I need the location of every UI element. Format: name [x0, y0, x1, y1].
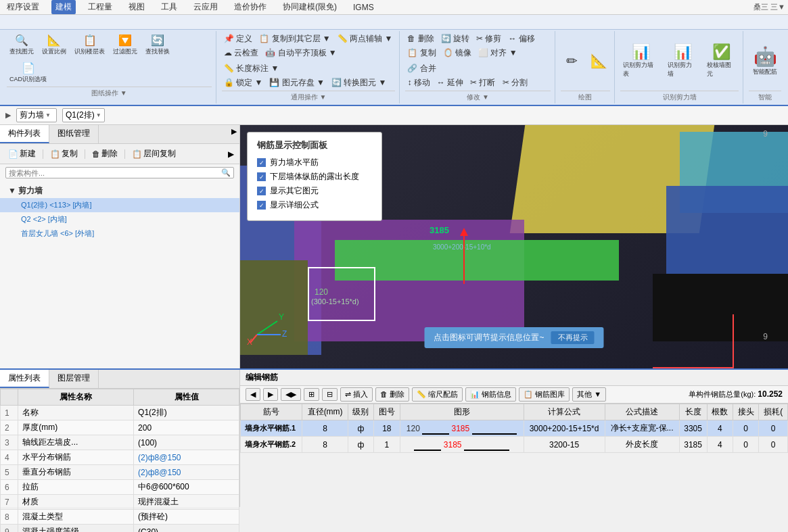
- attr-row-num-8: 9: [1, 525, 18, 533]
- btn-shibie-loubiao[interactable]: 📋 识别楼层表: [72, 32, 108, 57]
- btn-yidong[interactable]: ↕ 移动: [405, 76, 432, 89]
- toolbar-dropdown-type[interactable]: 剪力墙 ▼: [16, 108, 57, 122]
- attr-row-num-4: 5: [1, 465, 18, 480]
- btn-bar-library[interactable]: 📋 钢筋图库: [519, 387, 570, 402]
- bottom-table-container: 筋号 直径(mm) 级别 图号 图形 计算公式 公式描述 长度 根数 接头 损耗…: [240, 404, 788, 507]
- cp-item-2: ✓ 下层墙体纵筋的露出长度: [257, 171, 372, 183]
- btn-pianyi[interactable]: ↔ 偏移: [507, 32, 537, 45]
- btn-guolv[interactable]: 🔽 过滤图元: [110, 32, 140, 57]
- btn-cad-shibie[interactable]: 📄 CAD识别选项: [7, 60, 49, 85]
- bottom-table: 筋号 直径(mm) 级别 图号 图形 计算公式 公式描述 长度 根数 接头 损耗…: [240, 404, 788, 453]
- btn-layer-copy[interactable]: 📋 层间复制: [129, 147, 179, 161]
- btn-del-row[interactable]: ⊟: [322, 388, 338, 401]
- checkbox-2[interactable]: ✓: [257, 172, 266, 181]
- pencil-icon: ✏: [566, 53, 578, 69]
- group-label-shibie: 识别剪力墙: [620, 91, 739, 102]
- toolbar-dropdown-component[interactable]: Q1(2排) ▼: [62, 108, 105, 122]
- btn-shrink-config[interactable]: 📏 缩尺配筋: [412, 387, 463, 402]
- btn-chazhao-tuyuan[interactable]: 🔍 查找图元: [7, 32, 37, 57]
- btn-insert[interactable]: ⇌ 插入: [340, 387, 373, 402]
- btn-changdu-bianzhu[interactable]: 📏 长度标注 ▼: [222, 62, 281, 75]
- notif-dismiss-btn[interactable]: 不再提示: [551, 331, 595, 344]
- btn-bar-info[interactable]: 📊 钢筋信息: [465, 387, 516, 402]
- btn-delete-bar[interactable]: 🗑 删除: [375, 387, 409, 402]
- menu-igms[interactable]: IGMS: [349, 1, 378, 14]
- checkbox-3[interactable]: ✓: [257, 187, 266, 195]
- bottom-row-0[interactable]: 墙身水平钢筋.1 8 ф 18 120 3185 3000+200-15+15*…: [241, 420, 788, 437]
- th-grade: 级别: [348, 404, 373, 420]
- btn-copy[interactable]: 📋 复制: [47, 147, 80, 161]
- tab-layer-manage[interactable]: 图层管理: [49, 370, 99, 388]
- menu-xietong[interactable]: 协同建模(限免): [279, 0, 341, 14]
- btn-prev[interactable]: ◀: [246, 388, 260, 401]
- btn-first[interactable]: ◀▶: [281, 388, 301, 401]
- line-icon: 📐: [590, 53, 607, 69]
- btn-fuzhi[interactable]: 📋 复制: [405, 47, 438, 59]
- cell-name-1: 墙身水平钢筋.2: [241, 437, 302, 453]
- btn-daDuan[interactable]: ✂ 打断: [468, 76, 497, 89]
- btn-dingyi[interactable]: 📌 定义: [222, 32, 254, 45]
- btn-yanshen[interactable]: ↔ 延伸: [435, 76, 465, 89]
- btn-chazhao-tihuan[interactable]: 🔄 查找替换: [143, 32, 172, 57]
- tree-item-q2[interactable]: Q2 <2> [内墙]: [0, 212, 239, 226]
- tab-component-list[interactable]: 构件列表: [0, 125, 49, 143]
- menu-gongliang[interactable]: 工程量: [84, 0, 116, 14]
- btn-draw2[interactable]: 📐: [586, 51, 611, 70]
- btn-suoding[interactable]: 🔒 锁定 ▼: [222, 76, 265, 89]
- main-area: 构件列表 图纸管理 ▶ 📄 新建 📋 复制 🗑 删除 📋 层间复制: [0, 125, 788, 368]
- btn-shezhi-bili[interactable]: 📐 设置比例: [39, 32, 69, 57]
- tab-drawing-manage[interactable]: 图纸管理: [49, 125, 99, 143]
- attr-value-4[interactable]: (2)ф8@150: [134, 465, 239, 480]
- attr-value-3[interactable]: (2)ф8@150: [134, 450, 239, 465]
- menu-yunyingyong[interactable]: 云应用: [189, 0, 222, 14]
- menu-jianmo[interactable]: 建模: [51, 0, 76, 14]
- menu-zaojia[interactable]: 造价协作: [230, 0, 271, 14]
- panel-expand-btn[interactable]: ▶: [229, 125, 239, 143]
- btn-jiaohe-qiang[interactable]: ✅ 校核墙图元: [704, 42, 739, 80]
- btn-liangdian-fuzhu[interactable]: 📏 两点辅轴 ▼: [335, 32, 395, 45]
- btn-more[interactable]: ▶: [228, 149, 234, 159]
- btn-add-row[interactable]: ⊞: [304, 388, 319, 401]
- cell-length-1: 3185: [679, 437, 707, 453]
- checkbox-1[interactable]: ✓: [257, 158, 266, 167]
- identify-icon: 📊: [674, 43, 692, 61]
- tree-group-jlq: ▼ 剪力墙: [0, 184, 239, 198]
- dim-label-formula2: 3000+200-15+10*d: [433, 243, 491, 251]
- menu-shitu[interactable]: 视图: [124, 0, 149, 14]
- th-loss: 损耗(: [759, 404, 788, 420]
- control-panel: 钢筋显示控制面板 ✓ 剪力墙水平筋 ✓ 下层墙体纵筋的露出长度 ✓ 显示其它图元…: [247, 132, 382, 221]
- replace-icon: 🔄: [151, 34, 164, 47]
- attr-value-1: 200: [134, 420, 239, 435]
- btn-xiujian[interactable]: ✂ 修剪: [474, 32, 503, 45]
- btn-next[interactable]: ▶: [263, 388, 278, 401]
- btn-fuzhi-qiceng[interactable]: 📋 复制到其它层 ▼: [257, 32, 333, 45]
- btn-other[interactable]: 其他 ▼: [572, 387, 606, 402]
- btn-shibie-jlqbiao[interactable]: 📊 识别剪力墙表: [620, 42, 661, 80]
- tree-item-q1[interactable]: Q1(2排) <113> [内墙]: [0, 198, 239, 212]
- btn-tuyuan-cunpan[interactable]: 💾 图元存盘 ▼: [267, 76, 327, 89]
- btn-jingxiang[interactable]: 🪞 镜像: [441, 47, 473, 59]
- btn-zhuanhuan-tuyuan[interactable]: 🔄 转换图元 ▼: [329, 76, 389, 89]
- btn-duiqi[interactable]: ⬜ 对齐 ▼: [476, 47, 519, 59]
- th-bar-num: 筋号: [241, 404, 302, 420]
- btn-zidong-pingqi[interactable]: 🤖 自动平齐顶板 ▼: [263, 47, 339, 59]
- tree-item-q3[interactable]: 首层女儿墙 <6> [外墙]: [0, 226, 239, 241]
- btn-hebing[interactable]: 🔗 合并: [405, 62, 438, 75]
- checkbox-4[interactable]: ✓: [257, 201, 266, 210]
- search-input[interactable]: [9, 169, 221, 177]
- btn-fenge[interactable]: ✂ 分割: [501, 76, 530, 89]
- btn-xuanzhuan[interactable]: 🔄 旋转: [439, 32, 471, 45]
- btn-new[interactable]: 📄 新建: [5, 147, 39, 161]
- btn-yunjiancha[interactable]: ☁ 云检查: [222, 47, 260, 59]
- menu-chengxu[interactable]: 程序设置: [3, 0, 43, 14]
- menu-gongju[interactable]: 工具: [157, 0, 181, 14]
- notification-tooltip: 点击图标可调节提示信息位置~ 不再提示: [424, 327, 603, 348]
- cell-shape-0: 18: [374, 420, 400, 437]
- btn-zhineng-peijin[interactable]: 🤖 智能配筋: [750, 44, 780, 78]
- btn-draw1[interactable]: ✏: [559, 51, 584, 70]
- tab-attr-list[interactable]: 属性列表: [0, 370, 49, 388]
- btn-delete[interactable]: 🗑 删除: [89, 147, 120, 161]
- bottom-row-1[interactable]: 墙身水平钢筋.2 8 ф 1 3185 3200-15 外皮长度 3185 4 …: [241, 437, 788, 453]
- btn-shanchu[interactable]: 🗑 删除: [405, 32, 436, 45]
- btn-shibie-jlq[interactable]: 📊 识别剪力墙: [665, 42, 699, 80]
